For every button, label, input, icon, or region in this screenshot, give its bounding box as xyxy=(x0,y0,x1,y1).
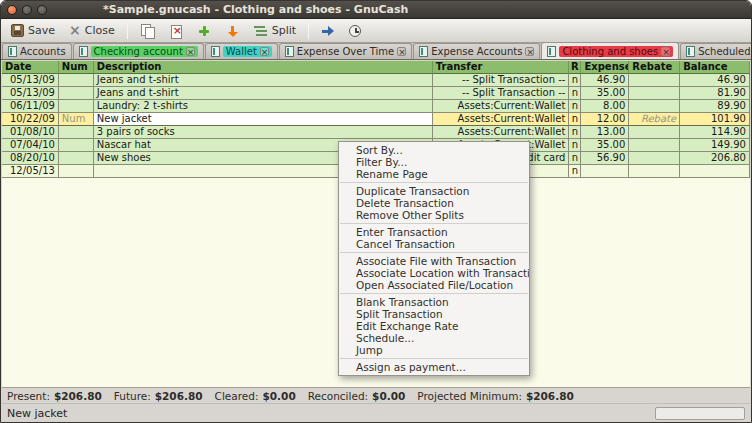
menu-item-open-associated-file[interactable]: Open Associated File/Location xyxy=(339,279,529,291)
schedule-button[interactable] xyxy=(343,23,367,39)
menu-item-jump[interactable]: Jump xyxy=(339,344,529,356)
cell-description[interactable]: Jeans and t-shirt xyxy=(94,87,433,100)
duplicate-button[interactable] xyxy=(134,22,161,40)
cell-balance[interactable]: 206.80 xyxy=(680,152,750,165)
cell-expense[interactable]: 13.00 xyxy=(581,126,629,139)
cell-rebate[interactable] xyxy=(629,165,680,178)
cell-transfer[interactable]: -- Split Transaction -- xyxy=(433,74,570,87)
menu-item-associate-location[interactable]: Associate Location with Transaction xyxy=(339,267,529,279)
cell-rebate[interactable] xyxy=(629,100,680,113)
cell-num[interactable] xyxy=(59,165,94,178)
blank-button[interactable] xyxy=(191,22,217,40)
cell-reconcile[interactable]: n xyxy=(569,139,581,152)
tab-wallet[interactable]: Wallet × xyxy=(205,43,278,59)
menu-item-edit-exchange-rate[interactable]: Edit Exchange Rate xyxy=(339,320,529,332)
cell-expense[interactable]: 35.00 xyxy=(581,87,629,100)
cell-balance[interactable]: 101.90 xyxy=(680,113,750,126)
cell-rebate[interactable] xyxy=(629,126,680,139)
jump-button[interactable] xyxy=(315,22,341,40)
cell-expense[interactable]: 56.90 xyxy=(581,152,629,165)
window-minimize-button[interactable] xyxy=(22,5,32,15)
tab-scheduled-transactions[interactable]: Scheduled Transactions xyxy=(680,43,752,59)
cell-expense[interactable] xyxy=(581,165,629,178)
tab-close-icon[interactable]: × xyxy=(260,47,269,56)
tab-close-icon[interactable]: × xyxy=(661,47,670,56)
menu-item-split-transaction[interactable]: Split Transaction xyxy=(339,308,529,320)
menu-item-blank-transaction[interactable]: Blank Transaction xyxy=(339,296,529,308)
menu-item-enter-transaction[interactable]: Enter Transaction xyxy=(339,226,529,238)
cell-transfer[interactable]: Assets:Current:Wallet xyxy=(433,100,570,113)
enter-button[interactable] xyxy=(219,22,245,40)
cell-description-editing[interactable]: New jacket xyxy=(94,113,433,126)
tab-expense-accounts[interactable]: Expense Accounts × xyxy=(413,43,540,59)
menu-item-cancel-transaction[interactable]: Cancel Transaction xyxy=(339,238,529,250)
cell-expense[interactable]: 46.90 xyxy=(581,74,629,87)
cell-balance[interactable] xyxy=(680,165,750,178)
tab-close-icon[interactable]: × xyxy=(186,47,195,56)
cell-balance[interactable]: 114.90 xyxy=(680,126,750,139)
cell-date[interactable]: 05/13/09 xyxy=(2,87,59,100)
tab-close-icon[interactable]: × xyxy=(525,47,534,56)
cell-balance[interactable]: 81.90 xyxy=(680,87,750,100)
cell-transfer[interactable]: Assets:Current:Wallet xyxy=(433,113,570,126)
cell-date[interactable]: 07/04/10 xyxy=(2,139,59,152)
split-button[interactable]: Split xyxy=(247,22,302,40)
cell-description[interactable]: Jeans and t-shirt xyxy=(94,74,433,87)
cell-reconcile[interactable]: n xyxy=(569,100,581,113)
cell-num[interactable] xyxy=(59,87,94,100)
cell-num[interactable] xyxy=(59,139,94,152)
cell-transfer[interactable]: Assets:Current:Wallet xyxy=(433,126,570,139)
cell-date[interactable]: 10/22/09 xyxy=(2,113,59,126)
window-close-button[interactable] xyxy=(7,5,17,15)
cell-reconcile[interactable]: n xyxy=(569,165,581,178)
tab-close-icon[interactable]: × xyxy=(397,47,406,56)
cell-description[interactable]: 3 pairs of socks xyxy=(94,126,433,139)
cell-reconcile[interactable]: n xyxy=(569,152,581,165)
cell-date[interactable]: 06/11/09 xyxy=(2,100,59,113)
cell-rebate-placeholder[interactable]: Rebate xyxy=(629,113,680,126)
cell-num[interactable] xyxy=(59,74,94,87)
menu-item-schedule[interactable]: Schedule... xyxy=(339,332,529,344)
menu-item-filter-by[interactable]: Filter By... xyxy=(339,156,529,168)
menu-item-assign-as-payment[interactable]: Assign as payment... xyxy=(339,361,529,373)
menu-item-associate-file[interactable]: Associate File with Transaction xyxy=(339,255,529,267)
cell-num-placeholder[interactable]: Num xyxy=(59,113,94,126)
save-button[interactable]: Save xyxy=(5,22,61,39)
cell-expense[interactable]: 8.00 xyxy=(581,100,629,113)
menu-item-delete-transaction[interactable]: Delete Transaction xyxy=(339,197,529,209)
cell-balance[interactable]: 149.90 xyxy=(680,139,750,152)
cell-rebate[interactable] xyxy=(629,139,680,152)
column-header-rebate: Rebate xyxy=(629,61,680,74)
cell-expense[interactable]: 35.00 xyxy=(581,139,629,152)
cell-reconcile[interactable]: n xyxy=(569,74,581,87)
cell-rebate[interactable] xyxy=(629,87,680,100)
tab-accounts[interactable]: Accounts xyxy=(2,43,72,59)
close-button[interactable]: Close xyxy=(63,22,121,40)
cell-reconcile[interactable]: n xyxy=(569,126,581,139)
tab-clothing-and-shoes[interactable]: Clothing and shoes × xyxy=(541,42,679,59)
menu-item-sort-by[interactable]: Sort By... xyxy=(339,144,529,156)
cell-num[interactable] xyxy=(59,152,94,165)
window-maximize-button[interactable] xyxy=(37,5,47,15)
menu-item-duplicate-transaction[interactable]: Duplicate Transaction xyxy=(339,185,529,197)
cell-balance[interactable]: 46.90 xyxy=(680,74,750,87)
cell-reconcile[interactable]: n xyxy=(569,113,581,126)
cell-date[interactable]: 01/08/10 xyxy=(2,126,59,139)
menu-item-remove-other-splits[interactable]: Remove Other Splits xyxy=(339,209,529,221)
cell-rebate[interactable] xyxy=(629,74,680,87)
cell-date[interactable]: 12/05/13 xyxy=(2,165,59,178)
cell-num[interactable] xyxy=(59,126,94,139)
cell-description[interactable]: Laundry: 2 t-shirts xyxy=(94,100,433,113)
cell-rebate[interactable] xyxy=(629,152,680,165)
cell-expense[interactable]: 12.00 xyxy=(581,113,629,126)
tab-expense-over-time[interactable]: Expense Over Time × xyxy=(279,43,412,59)
cell-balance[interactable]: 89.90 xyxy=(680,100,750,113)
cell-date[interactable]: 05/13/09 xyxy=(2,74,59,87)
cell-date[interactable]: 08/20/10 xyxy=(2,152,59,165)
cell-transfer[interactable]: -- Split Transaction -- xyxy=(433,87,570,100)
cell-num[interactable] xyxy=(59,100,94,113)
menu-item-rename-page[interactable]: Rename Page xyxy=(339,168,529,180)
delete-button[interactable] xyxy=(163,22,189,40)
cell-reconcile[interactable]: n xyxy=(569,87,581,100)
tab-checking-account[interactable]: Checking account × xyxy=(73,43,204,59)
